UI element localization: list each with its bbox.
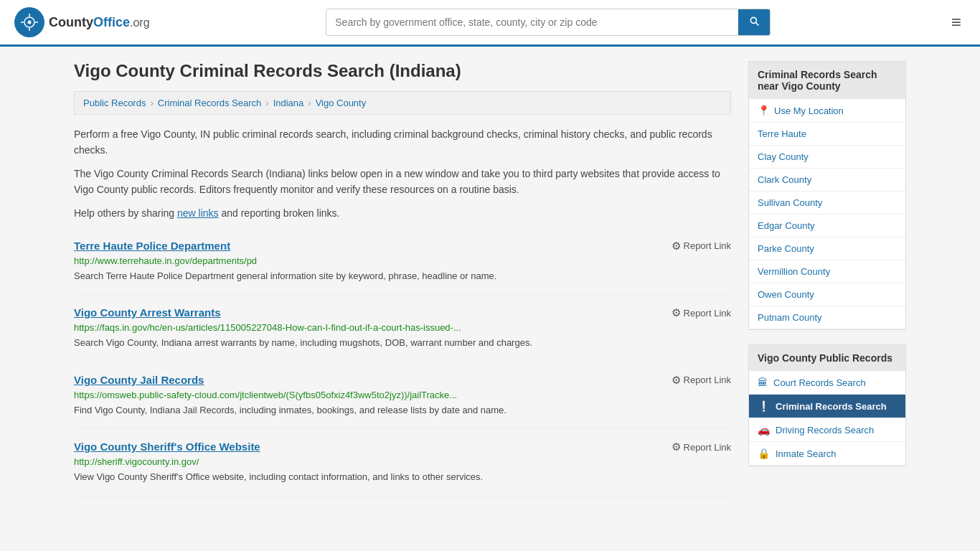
use-location-item: 📍 Use My Location bbox=[749, 99, 905, 123]
public-records-link-3[interactable]: 🔒 Inmate Search bbox=[749, 442, 905, 465]
breadcrumb-criminal-records[interactable]: Criminal Records Search bbox=[158, 98, 262, 108]
record-url-1: https://faqs.in.gov/hc/en-us/articles/11… bbox=[74, 322, 562, 333]
record-title-2[interactable]: Vigo County Jail Records bbox=[74, 374, 204, 386]
nearby-link-6[interactable]: Vermillion County bbox=[749, 260, 905, 283]
page-title: Vigo County Criminal Records Search (Ind… bbox=[74, 61, 731, 81]
nearby-link-3[interactable]: Sullivan County bbox=[749, 192, 905, 214]
nearby-link-7[interactable]: Owen County bbox=[749, 283, 905, 306]
svg-point-6 bbox=[28, 21, 32, 24]
logo-icon bbox=[14, 7, 44, 37]
report-icon-1: ⚙ bbox=[672, 306, 681, 319]
record-header-3: Vigo County Sheriff's Office Website ⚙ R… bbox=[74, 441, 731, 453]
content-area: Vigo County Criminal Records Search (Ind… bbox=[74, 61, 731, 496]
inmate-icon: 🔒 bbox=[758, 448, 770, 459]
breadcrumb-sep-1: › bbox=[150, 98, 153, 108]
nearby-list: Terre Haute Clay County Clark County Sul… bbox=[749, 123, 905, 329]
logo-text: CountyOffice.org bbox=[49, 15, 150, 30]
site-header: CountyOffice.org ≡ bbox=[0, 0, 980, 47]
report-link-1[interactable]: ⚙ Report Link bbox=[672, 306, 731, 319]
logo-office: Office bbox=[93, 15, 130, 29]
logo[interactable]: CountyOffice.org bbox=[14, 7, 150, 37]
breadcrumb-indiana[interactable]: Indiana bbox=[273, 98, 304, 108]
main-container: Vigo County Criminal Records Search (Ind… bbox=[60, 47, 920, 511]
new-links-link[interactable]: new links bbox=[177, 207, 219, 219]
report-icon-3: ⚙ bbox=[672, 441, 681, 453]
breadcrumb: Public Records › Criminal Records Search… bbox=[74, 91, 731, 115]
nearby-link-8[interactable]: Putnam County bbox=[749, 306, 905, 329]
report-icon-0: ⚙ bbox=[672, 240, 681, 253]
record-item-0: Terre Haute Police Department ⚙ Report L… bbox=[74, 228, 731, 296]
public-records-header: Vigo County Public Records bbox=[749, 345, 905, 371]
public-records-link-2[interactable]: 🚗 Driving Records Search bbox=[749, 418, 905, 441]
nearby-section: Criminal Records Search near Vigo County… bbox=[748, 61, 906, 330]
description-para1: Perform a free Vigo County, IN public cr… bbox=[74, 126, 731, 159]
nearby-list-item-4: Edgar County bbox=[749, 215, 905, 237]
court-icon: 🏛 bbox=[758, 377, 768, 388]
description-para2: The Vigo County Criminal Records Search … bbox=[74, 166, 731, 198]
search-input[interactable] bbox=[326, 11, 738, 34]
nearby-list-item-1: Clay County bbox=[749, 146, 905, 169]
criminal-icon: ❕ bbox=[758, 400, 770, 412]
public-records-item-0: 🏛 Court Records Search bbox=[749, 371, 905, 395]
logo-tld: .org bbox=[130, 17, 150, 29]
record-url-0: http://www.terrehaute.in.gov/departments… bbox=[74, 255, 562, 266]
breadcrumb-vigo-county[interactable]: Vigo County bbox=[316, 98, 367, 108]
public-records-item-2: 🚗 Driving Records Search bbox=[749, 418, 905, 442]
breadcrumb-sep-2: › bbox=[265, 98, 268, 108]
sidebar: Criminal Records Search near Vigo County… bbox=[748, 61, 906, 496]
nearby-list-item-6: Vermillion County bbox=[749, 260, 905, 283]
record-title-3[interactable]: Vigo County Sheriff's Office Website bbox=[74, 441, 260, 453]
public-records-link-0[interactable]: 🏛 Court Records Search bbox=[749, 371, 905, 394]
record-desc-2: Find Vigo County, Indiana Jail Records, … bbox=[74, 403, 731, 418]
nearby-list-item-2: Clark County bbox=[749, 169, 905, 192]
record-title-0[interactable]: Terre Haute Police Department bbox=[74, 240, 230, 252]
nearby-list-item-8: Putnam County bbox=[749, 306, 905, 329]
header-right: ≡ bbox=[947, 8, 966, 37]
use-location-link[interactable]: Use My Location bbox=[774, 105, 844, 116]
nearby-list-item-5: Parke County bbox=[749, 237, 905, 260]
record-desc-0: Search Terre Haute Police Department gen… bbox=[74, 269, 731, 283]
search-button[interactable] bbox=[738, 9, 770, 35]
pin-icon: 📍 bbox=[758, 105, 770, 116]
public-records-item-3: 🔒 Inmate Search bbox=[749, 442, 905, 466]
record-header-1: Vigo County Arrest Warrants ⚙ Report Lin… bbox=[74, 306, 731, 319]
record-title-1[interactable]: Vigo County Arrest Warrants bbox=[74, 306, 220, 319]
nearby-link-4[interactable]: Edgar County bbox=[749, 215, 905, 237]
breadcrumb-sep-3: › bbox=[308, 98, 311, 108]
nearby-link-1[interactable]: Clay County bbox=[749, 146, 905, 168]
description-para3: Help others by sharing new links and rep… bbox=[74, 205, 731, 221]
car-icon: 🚗 bbox=[758, 424, 770, 435]
nearby-list-item-7: Owen County bbox=[749, 283, 905, 306]
public-records-list: 🏛 Court Records Search ❕ Criminal Record… bbox=[749, 371, 905, 466]
record-item-3: Vigo County Sheriff's Office Website ⚙ R… bbox=[74, 429, 731, 496]
nearby-list-item-3: Sullivan County bbox=[749, 192, 905, 215]
report-link-0[interactable]: ⚙ Report Link bbox=[672, 240, 731, 253]
record-desc-1: Search Vigo County, Indiana arrest warra… bbox=[74, 336, 731, 350]
record-url-3: http://sheriff.vigocounty.in.gov/ bbox=[74, 456, 562, 467]
record-header-2: Vigo County Jail Records ⚙ Report Link bbox=[74, 374, 731, 387]
record-item-1: Vigo County Arrest Warrants ⚙ Report Lin… bbox=[74, 295, 731, 362]
menu-button[interactable]: ≡ bbox=[947, 8, 966, 37]
record-url-2: https://omsweb.public-safety-cloud.com/j… bbox=[74, 390, 562, 400]
report-link-3[interactable]: ⚙ Report Link bbox=[672, 441, 731, 453]
nearby-list-item-0: Terre Haute bbox=[749, 123, 905, 146]
nearby-link-0[interactable]: Terre Haute bbox=[749, 123, 905, 145]
nearby-section-header: Criminal Records Search near Vigo County bbox=[749, 62, 905, 99]
nearby-link-5[interactable]: Parke County bbox=[749, 237, 905, 260]
report-link-2[interactable]: ⚙ Report Link bbox=[672, 374, 731, 387]
record-header-0: Terre Haute Police Department ⚙ Report L… bbox=[74, 240, 731, 253]
record-desc-3: View Vigo County Sheriff's Office websit… bbox=[74, 470, 731, 484]
report-icon-2: ⚙ bbox=[672, 374, 681, 387]
public-records-section: Vigo County Public Records 🏛 Court Recor… bbox=[748, 344, 906, 466]
breadcrumb-public-records[interactable]: Public Records bbox=[83, 98, 146, 108]
public-records-item-1: ❕ Criminal Records Search bbox=[749, 395, 905, 418]
search-bar bbox=[326, 9, 771, 36]
record-item-2: Vigo County Jail Records ⚙ Report Link h… bbox=[74, 362, 731, 430]
nearby-link-2[interactable]: Clark County bbox=[749, 169, 905, 191]
public-records-link-1[interactable]: ❕ Criminal Records Search bbox=[749, 395, 905, 418]
